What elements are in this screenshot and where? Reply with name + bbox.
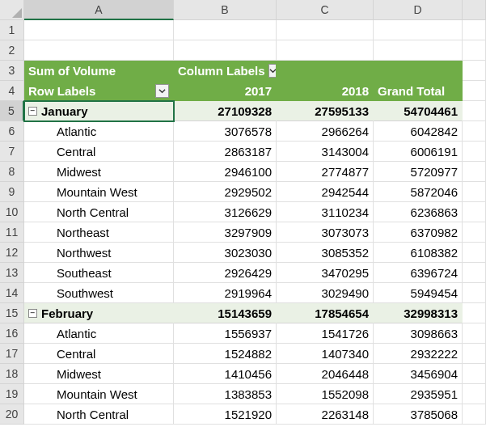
empty-cell[interactable] xyxy=(463,182,486,202)
row-header-6[interactable]: 6 xyxy=(0,121,24,142)
empty-cell[interactable] xyxy=(463,81,486,101)
empty-cell[interactable] xyxy=(463,40,486,61)
column-header-A[interactable]: A xyxy=(24,0,174,20)
region-total[interactable]: 5872046 xyxy=(374,182,463,202)
region-2017[interactable]: 1556937 xyxy=(174,323,277,344)
col-grand-total[interactable]: Grand Total xyxy=(374,81,463,101)
empty-cell[interactable] xyxy=(463,384,486,404)
group-2018[interactable]: 27595133 xyxy=(277,101,374,121)
row-header-3[interactable]: 3 xyxy=(0,61,24,81)
empty-cell[interactable] xyxy=(463,101,486,121)
empty-cell[interactable] xyxy=(463,263,486,283)
row-header-7[interactable]: 7 xyxy=(0,142,24,162)
region-row[interactable]: North Central xyxy=(24,202,174,222)
region-2017[interactable]: 2946100 xyxy=(174,162,277,182)
empty-cell[interactable] xyxy=(463,121,486,142)
empty-cell[interactable] xyxy=(463,323,486,344)
column-header-extra[interactable] xyxy=(463,0,486,20)
region-2018[interactable]: 3143004 xyxy=(277,142,374,162)
empty-cell[interactable] xyxy=(174,40,277,61)
row-header-9[interactable]: 9 xyxy=(0,182,24,202)
region-total[interactable]: 6370982 xyxy=(374,222,463,243)
row-header-14[interactable]: 14 xyxy=(0,283,24,303)
region-total[interactable]: 3785068 xyxy=(374,404,463,425)
region-total[interactable]: 5949454 xyxy=(374,283,463,303)
column-header-B[interactable]: B xyxy=(174,0,277,20)
region-total[interactable]: 6236863 xyxy=(374,202,463,222)
column-header-D[interactable]: D xyxy=(374,0,463,20)
row-header-20[interactable]: 20 xyxy=(0,404,24,425)
region-2017[interactable]: 3126629 xyxy=(174,202,277,222)
empty-cell[interactable] xyxy=(463,61,486,81)
empty-cell[interactable] xyxy=(277,20,374,40)
region-row[interactable]: North Central xyxy=(24,404,174,425)
region-2017[interactable]: 1521920 xyxy=(174,404,277,425)
select-all-corner[interactable] xyxy=(0,0,24,20)
group-2017[interactable]: 15143659 xyxy=(174,303,277,323)
empty-cell[interactable] xyxy=(24,40,174,61)
region-2018[interactable]: 3110234 xyxy=(277,202,374,222)
region-2018[interactable]: 3470295 xyxy=(277,263,374,283)
region-row[interactable]: Northeast xyxy=(24,222,174,243)
row-header-17[interactable]: 17 xyxy=(0,344,24,364)
region-row[interactable]: Southeast xyxy=(24,263,174,283)
column-labels-header[interactable]: Column Labels xyxy=(174,61,277,81)
pivot-header-blank[interactable] xyxy=(277,61,374,81)
spreadsheet-grid[interactable]: ABCD123Sum of VolumeColumn Labels4Row La… xyxy=(0,0,486,425)
empty-cell[interactable] xyxy=(463,222,486,243)
empty-cell[interactable] xyxy=(277,40,374,61)
empty-cell[interactable] xyxy=(463,283,486,303)
region-row[interactable]: Midwest xyxy=(24,162,174,182)
region-row[interactable]: Mountain West xyxy=(24,384,174,404)
region-total[interactable]: 3098663 xyxy=(374,323,463,344)
collapse-icon[interactable]: − xyxy=(28,309,37,318)
region-row[interactable]: Mountain West xyxy=(24,182,174,202)
empty-cell[interactable] xyxy=(463,404,486,425)
region-total[interactable]: 2935951 xyxy=(374,384,463,404)
region-row[interactable]: Atlantic xyxy=(24,323,174,344)
region-2017[interactable]: 2863187 xyxy=(174,142,277,162)
region-row[interactable]: Central xyxy=(24,344,174,364)
region-total[interactable]: 6042842 xyxy=(374,121,463,142)
group-2017[interactable]: 27109328 xyxy=(174,101,277,121)
column-labels-filter[interactable] xyxy=(268,64,277,78)
col-2017[interactable]: 2017 xyxy=(174,81,277,101)
group-total[interactable]: 32998313 xyxy=(374,303,463,323)
row-header-2[interactable]: 2 xyxy=(0,40,24,61)
row-header-13[interactable]: 13 xyxy=(0,263,24,283)
region-2018[interactable]: 2774877 xyxy=(277,162,374,182)
region-total[interactable]: 6006191 xyxy=(374,142,463,162)
empty-cell[interactable] xyxy=(463,20,486,40)
col-2018[interactable]: 2018 xyxy=(277,81,374,101)
region-2017[interactable]: 3023030 xyxy=(174,243,277,263)
row-header-1[interactable]: 1 xyxy=(0,20,24,40)
empty-cell[interactable] xyxy=(463,344,486,364)
empty-cell[interactable] xyxy=(174,20,277,40)
empty-cell[interactable] xyxy=(463,142,486,162)
region-2017[interactable]: 2929502 xyxy=(174,182,277,202)
region-2018[interactable]: 3085352 xyxy=(277,243,374,263)
row-header-5[interactable]: 5 xyxy=(0,101,24,121)
column-header-C[interactable]: C xyxy=(277,0,374,20)
pivot-header-blank[interactable] xyxy=(374,61,463,81)
region-row[interactable]: Southwest xyxy=(24,283,174,303)
group-total[interactable]: 54704461 xyxy=(374,101,463,121)
region-2018[interactable]: 2942544 xyxy=(277,182,374,202)
region-total[interactable]: 3456904 xyxy=(374,364,463,384)
region-row[interactable]: Northwest xyxy=(24,243,174,263)
region-2018[interactable]: 3029490 xyxy=(277,283,374,303)
collapse-icon[interactable]: − xyxy=(28,107,37,116)
empty-cell[interactable] xyxy=(24,20,174,40)
region-row[interactable]: Midwest xyxy=(24,364,174,384)
region-total[interactable]: 6396724 xyxy=(374,263,463,283)
empty-cell[interactable] xyxy=(463,303,486,323)
region-2017[interactable]: 1383853 xyxy=(174,384,277,404)
region-total[interactable]: 6108382 xyxy=(374,243,463,263)
region-2017[interactable]: 1524882 xyxy=(174,344,277,364)
region-2018[interactable]: 2046448 xyxy=(277,364,374,384)
row-header-11[interactable]: 11 xyxy=(0,222,24,243)
region-2018[interactable]: 1552098 xyxy=(277,384,374,404)
empty-cell[interactable] xyxy=(374,40,463,61)
region-2018[interactable]: 3073073 xyxy=(277,222,374,243)
group-january[interactable]: −January xyxy=(24,101,174,121)
